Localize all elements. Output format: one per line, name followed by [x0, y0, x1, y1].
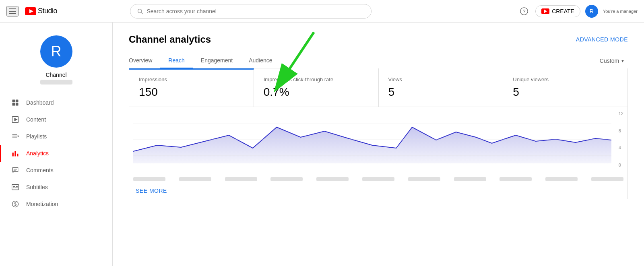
impressions-value: 150 — [139, 86, 244, 99]
unique-viewers-label: Unique viewers — [513, 76, 618, 82]
analytics-label: Analytics — [26, 150, 49, 157]
sidebar: R Channel Dashboard — [0, 23, 113, 266]
svg-marker-15 — [18, 135, 19, 137]
views-label: Views — [388, 76, 493, 82]
search-input[interactable] — [147, 8, 365, 14]
page-title: Channel analytics — [129, 34, 211, 45]
x-label-1 — [133, 177, 165, 181]
tabs-row: Overview Reach Engagement Audience Custo… — [129, 53, 628, 68]
sidebar-item-comments[interactable]: Comments — [0, 162, 112, 179]
studio-logo-text: Studio — [38, 7, 57, 15]
user-avatar-button[interactable]: R — [585, 5, 598, 18]
chart-svg — [133, 111, 611, 167]
search-bar[interactable] — [130, 4, 372, 19]
search-icon — [137, 8, 143, 14]
sidebar-item-content[interactable]: Content — [0, 111, 112, 128]
x-label-6 — [362, 177, 394, 181]
dropdown-arrow-icon: ▼ — [621, 59, 625, 63]
x-label-10 — [545, 177, 578, 181]
tab-engagement[interactable]: Engagement — [193, 53, 241, 68]
x-label-3 — [225, 177, 257, 181]
metric-unique-viewers[interactable]: Unique viewers 5 — [503, 68, 627, 107]
metric-ctr[interactable]: Impressions click-through rate 0.7% — [254, 68, 379, 107]
chart-area: 12 8 4 0 — [129, 111, 627, 175]
channel-name: Channel — [45, 72, 66, 78]
y-label-8: 8 — [619, 128, 623, 133]
views-value: 5 — [388, 86, 493, 99]
x-label-11 — [591, 177, 623, 181]
ctr-value: 0.7% — [264, 86, 369, 99]
top-header: Studio ? CREATE R You're a manager — [0, 0, 644, 23]
sidebar-item-monetization[interactable]: $ Monetization — [0, 196, 112, 212]
monetization-label: Monetization — [26, 201, 58, 207]
metrics-section: Impressions 150 Impressions click-throug… — [129, 68, 628, 107]
svg-text:?: ? — [523, 8, 526, 14]
analytics-icon — [11, 149, 20, 158]
sidebar-item-playlists[interactable]: Playlists — [0, 128, 112, 145]
y-label-0: 0 — [619, 163, 623, 167]
svg-rect-18 — [17, 154, 18, 157]
youtube-icon — [25, 7, 36, 15]
chart-y-axis: 12 8 4 0 — [619, 111, 623, 167]
svg-line-3 — [141, 12, 143, 14]
svg-rect-21 — [12, 184, 19, 190]
channel-handle — [40, 80, 72, 85]
content-header: Channel analytics ADVANCED MODE — [129, 34, 628, 45]
svg-rect-6 — [12, 100, 15, 103]
ctr-label: Impressions click-through rate — [264, 76, 369, 82]
help-button[interactable]: ? — [518, 5, 530, 18]
subtitles-label: Subtitles — [26, 184, 48, 190]
svg-rect-8 — [12, 103, 15, 106]
logo[interactable]: Studio — [25, 7, 57, 15]
date-range-dropdown[interactable]: Custom ▼ — [597, 56, 628, 66]
sidebar-item-analytics[interactable]: Analytics — [0, 145, 112, 162]
svg-point-2 — [138, 9, 142, 12]
playlists-icon — [11, 132, 20, 141]
x-label-2 — [179, 177, 211, 181]
avatar-letter: R — [590, 8, 594, 14]
y-label-4: 4 — [619, 145, 623, 150]
content-icon — [11, 115, 20, 124]
hamburger-button[interactable] — [6, 6, 19, 16]
manager-label: You're a manager — [603, 9, 638, 14]
subtitles-icon — [11, 183, 20, 192]
monetization-icon: $ — [11, 200, 20, 208]
tab-overview[interactable]: Overview — [129, 53, 160, 68]
create-video-icon — [541, 8, 549, 14]
x-label-4 — [270, 177, 303, 181]
advanced-mode-button[interactable]: ADVANCED MODE — [576, 36, 628, 43]
create-button[interactable]: CREATE — [535, 5, 580, 17]
metric-impressions[interactable]: Impressions 150 — [129, 68, 254, 107]
x-axis-labels — [129, 175, 627, 183]
metrics-row: Impressions 150 Impressions click-throug… — [129, 68, 628, 107]
svg-rect-9 — [16, 103, 19, 106]
channel-avatar: R — [40, 35, 72, 68]
chart-wrapper: 12 8 4 0 SEE MORE — [129, 107, 628, 199]
header-right: ? CREATE R You're a manager — [518, 5, 638, 18]
dashboard-label: Dashboard — [26, 99, 54, 106]
see-more-button[interactable]: SEE MORE — [129, 183, 173, 199]
tabs: Overview Reach Engagement Audience — [129, 53, 281, 68]
svg-text:$: $ — [14, 202, 17, 206]
channel-profile: R Channel — [0, 29, 112, 94]
comments-icon — [11, 166, 20, 175]
x-label-9 — [500, 177, 532, 181]
unique-viewers-value: 5 — [513, 86, 618, 99]
tab-audience[interactable]: Audience — [241, 53, 280, 68]
create-label: CREATE — [552, 8, 574, 14]
tab-reach[interactable]: Reach — [160, 53, 192, 68]
dropdown-label: Custom — [600, 58, 619, 64]
content-area: Channel analytics ADVANCED MODE Overview… — [113, 23, 644, 266]
metric-views[interactable]: Views 5 — [379, 68, 504, 107]
svg-rect-17 — [14, 151, 16, 156]
header-left: Studio — [6, 6, 57, 16]
impressions-label: Impressions — [139, 76, 244, 82]
svg-marker-11 — [14, 118, 18, 121]
sidebar-item-dashboard[interactable]: Dashboard — [0, 94, 112, 111]
dashboard-icon — [11, 98, 20, 107]
playlists-label: Playlists — [26, 133, 47, 140]
content-label: Content — [26, 116, 46, 123]
main-layout: R Channel Dashboard — [0, 23, 644, 266]
sidebar-item-subtitles[interactable]: Subtitles — [0, 179, 112, 196]
comments-label: Comments — [26, 167, 54, 173]
